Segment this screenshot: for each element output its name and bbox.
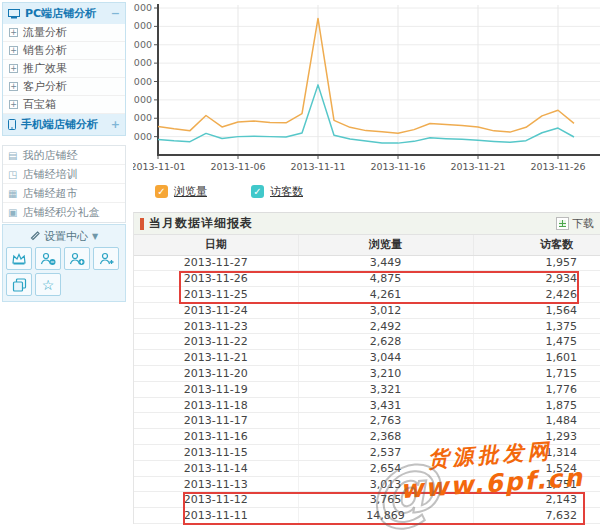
main-content: 2,0004,0006,0008,00010,00012,00014,00016… xyxy=(133,0,600,524)
expand-icon[interactable]: + xyxy=(111,118,120,131)
crown-button[interactable] xyxy=(6,247,32,270)
cell-pageviews: 2,763 xyxy=(298,413,473,429)
cell-date: 2013-11-22 xyxy=(134,334,298,350)
cell-date: 2013-11-13 xyxy=(134,476,298,492)
svg-text:10,000: 10,000 xyxy=(133,57,152,68)
cell-visitors: 2,426 xyxy=(473,287,600,303)
table-row: 2013-11-203,2101,715 xyxy=(134,366,600,382)
traffic-line-chart: 2,0004,0006,0008,00010,00012,00014,00016… xyxy=(133,0,600,173)
user-remove-icon xyxy=(40,252,57,266)
cell-date: 2013-11-15 xyxy=(134,445,298,461)
sidebar-item-百宝箱[interactable]: +百宝箱 xyxy=(3,96,125,114)
settings-box: 设置中心 ▼ ☆ xyxy=(2,224,126,302)
training-icon: ◳ xyxy=(8,169,17,180)
settings-icon-grid: ☆ xyxy=(6,247,122,296)
cell-visitors: 1,751 xyxy=(473,476,600,492)
sidebar-tool-label: 店铺经培训 xyxy=(22,167,77,182)
legend-item-访客数[interactable]: ✓访客数 xyxy=(251,184,303,199)
caret-down-icon: ▼ xyxy=(92,232,98,241)
cell-pageviews: 3,765 xyxy=(298,492,473,508)
download-button[interactable]: 下载 xyxy=(556,216,594,231)
legend-checkbox-icon[interactable]: ✓ xyxy=(155,185,168,198)
crown-icon xyxy=(11,252,27,265)
cell-visitors: 1,314 xyxy=(473,445,600,461)
svg-text:14,000: 14,000 xyxy=(133,20,152,31)
cell-pageviews: 2,654 xyxy=(298,460,473,476)
svg-text:2013-11-16: 2013-11-16 xyxy=(370,161,425,172)
table-row: 2013-11-264,8752,934 xyxy=(134,271,600,287)
traffic-chart-panel: 2,0004,0006,0008,00010,00012,00014,00016… xyxy=(133,0,600,199)
sidebar-header-mobile-analysis[interactable]: 手机端店铺分析 + xyxy=(3,114,125,135)
cell-date: 2013-11-18 xyxy=(134,397,298,413)
cell-date: 2013-11-20 xyxy=(134,366,298,382)
page: PC端店铺分析 − +流量分析+销售分析+推广效果+客户分析+百宝箱 手机端店铺… xyxy=(0,0,600,531)
user-check-button[interactable] xyxy=(64,247,90,270)
sidebar-item-销售分析[interactable]: +销售分析 xyxy=(3,42,125,60)
cell-pageviews: 3,210 xyxy=(298,366,473,382)
expand-box-icon[interactable]: + xyxy=(9,28,18,37)
legend-checkbox-icon[interactable]: ✓ xyxy=(251,185,264,198)
gift-icon: ▣ xyxy=(8,207,17,218)
legend-item-浏览量[interactable]: ✓浏览量 xyxy=(155,184,207,199)
cell-pageviews: 4,261 xyxy=(298,287,473,303)
market-icon: ▦ xyxy=(8,188,17,199)
cell-visitors: 1,715 xyxy=(473,366,600,382)
svg-text:2013-11-11: 2013-11-11 xyxy=(290,161,345,172)
cell-pageviews: 3,431 xyxy=(298,397,473,413)
expand-box-icon[interactable]: + xyxy=(9,64,18,73)
collapse-icon[interactable]: − xyxy=(111,7,120,20)
svg-text:4,000: 4,000 xyxy=(133,112,152,123)
sidebar-item-推广效果[interactable]: +推广效果 xyxy=(3,60,125,78)
copy-button[interactable] xyxy=(6,273,32,296)
table-row: 2013-11-193,3211,776 xyxy=(134,381,600,397)
table-row: 2013-11-243,0121,564 xyxy=(134,302,600,318)
settings-label: 设置中心 xyxy=(44,229,88,244)
sidebar-tool-店铺经积分礼盒[interactable]: ▣店铺经积分礼盒 xyxy=(3,203,125,222)
sidebar-item-流量分析[interactable]: +流量分析 xyxy=(3,24,125,42)
settings-center-button[interactable]: 设置中心 ▼ xyxy=(6,228,122,244)
sidebar-header-mobile-label: 手机端店铺分析 xyxy=(21,117,98,132)
cell-date: 2013-11-21 xyxy=(134,350,298,366)
legend-label[interactable]: 浏览量 xyxy=(174,184,207,199)
table-row: 2013-11-232,4921,375 xyxy=(134,318,600,334)
cell-pageviews: 2,537 xyxy=(298,445,473,461)
wrench-icon xyxy=(30,231,40,241)
table-row: 2013-11-183,4311,875 xyxy=(134,397,600,413)
sidebar-item-label: 流量分析 xyxy=(23,25,67,40)
table-row: 2013-11-172,7631,484 xyxy=(134,413,600,429)
sidebar-item-客户分析[interactable]: +客户分析 xyxy=(3,78,125,96)
cell-visitors: 2,143 xyxy=(473,492,600,508)
cell-visitors: 1,957 xyxy=(473,255,600,271)
user-remove-button[interactable] xyxy=(35,247,61,270)
table-row: 2013-11-123,7652,143 xyxy=(134,492,600,508)
sidebar-item-label: 客户分析 xyxy=(23,79,67,94)
legend-label[interactable]: 访客数 xyxy=(270,184,303,199)
star-button[interactable]: ☆ xyxy=(35,273,61,296)
cell-date: 2013-11-25 xyxy=(134,287,298,303)
sidebar-header-pc-label: PC端店铺分析 xyxy=(25,6,96,21)
sidebar-item-label: 百宝箱 xyxy=(23,97,56,112)
cell-pageviews: 2,368 xyxy=(298,429,473,445)
expand-box-icon[interactable]: + xyxy=(9,46,18,55)
star-icon: ☆ xyxy=(42,277,55,293)
expand-box-icon[interactable]: + xyxy=(9,100,18,109)
expand-box-icon[interactable]: + xyxy=(9,82,18,91)
table-row: 2013-11-142,6541,524 xyxy=(134,460,600,476)
table-body: 2013-11-273,4491,9572013-11-264,8752,934… xyxy=(134,255,600,524)
sidebar-tool-店铺经超市[interactable]: ▦店铺经超市 xyxy=(3,184,125,203)
cell-date: 2013-11-27 xyxy=(134,255,298,271)
cell-pageviews: 4,875 xyxy=(298,271,473,287)
cell-pageviews: 14,869 xyxy=(298,508,473,524)
cell-pageviews: 3,044 xyxy=(298,350,473,366)
sidebar-header-pc-analysis[interactable]: PC端店铺分析 − xyxy=(3,3,125,24)
svg-text:6,000: 6,000 xyxy=(133,94,152,105)
sidebar-tool-label: 我的店铺经 xyxy=(22,148,77,163)
cell-pageviews: 3,013 xyxy=(298,476,473,492)
cell-pageviews: 2,628 xyxy=(298,334,473,350)
cell-pageviews: 3,012 xyxy=(298,302,473,318)
table-row: 2013-11-162,3681,293 xyxy=(134,429,600,445)
user-add-button[interactable] xyxy=(93,247,119,270)
sidebar-tool-我的店铺经[interactable]: ▤我的店铺经 xyxy=(3,146,125,165)
cell-visitors: 1,776 xyxy=(473,381,600,397)
sidebar-tool-店铺经培训[interactable]: ◳店铺经培训 xyxy=(3,165,125,184)
